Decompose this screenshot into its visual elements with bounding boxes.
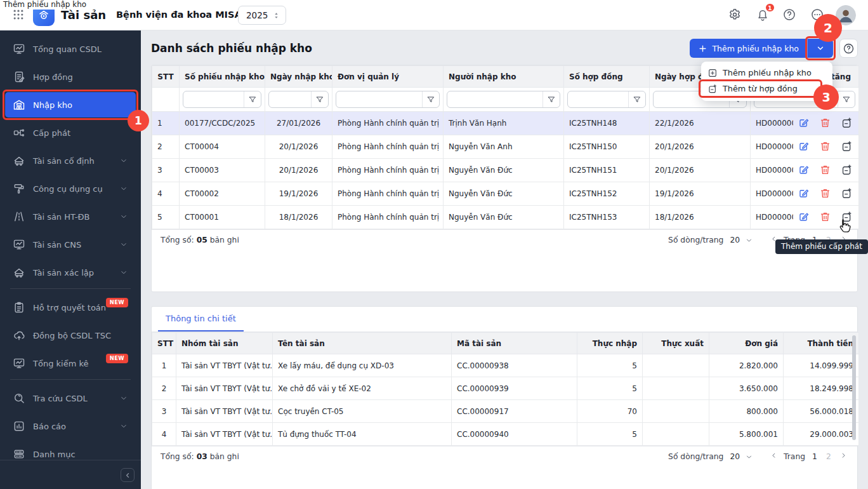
add-allocation-voucher-button[interactable] [840,117,853,130]
cell-code: CC.00000940 [452,423,577,446]
sidebar-item-6[interactable]: Tài sản HT-ĐB [5,204,136,229]
cell-stt: 2 [152,377,176,400]
sidebar-item-8[interactable]: Tài sản xác lập [5,260,136,285]
clipboard-icon [13,301,25,314]
new-badge: NEW [106,298,128,307]
cell-group: Tài sản VT TBYT (Vật tư... [176,354,273,377]
add-allocation-voucher-button[interactable] [840,211,853,224]
chevron-down-icon[interactable] [745,453,753,461]
table-row[interactable]: 3CT0000320/1/2026Phòng Hành chính quản t… [152,159,859,182]
cell-stt: 4 [152,423,176,446]
row-actions [793,187,853,200]
sidebar-item-0[interactable]: Tổng quan CSDL [5,36,136,62]
app-grid-icon[interactable] [11,8,25,22]
gear-icon[interactable] [727,8,742,23]
filter-input[interactable] [567,91,646,108]
total-unit: bản ghi [210,236,239,245]
edit-button[interactable] [797,187,810,200]
delete-button[interactable] [819,211,831,224]
delete-button[interactable] [819,117,831,130]
sidebar-item-9[interactable]: Hỗ trợ quyết toánNEW [5,295,136,320]
help-circle-icon[interactable] [782,8,797,23]
help-button[interactable] [839,39,858,58]
filter-input[interactable] [336,91,440,108]
page-number-1[interactable]: 1 [810,452,819,461]
sidebar-item-1[interactable]: Hợp đồng [5,64,136,90]
filter-input[interactable] [268,91,329,108]
table-row[interactable]: 5CT0000118/1/2026Phòng Hành chính quản t… [152,206,859,229]
dropdown-item-1[interactable]: Thêm từ hợp đồng [701,81,832,97]
table-row[interactable]: 4Tài sản VT TBYT (Vật tư...Tủ đựng thuốc… [152,423,859,446]
rows-per-page-select[interactable]: 20 [730,452,740,461]
table-row[interactable]: 1Tài sản VT TBYT (Vật tư...Xe lấy máu, đ… [152,354,859,377]
cell-amount: 18.249.998 [784,377,859,400]
detail-tabbar: Thông tin chi tiết [152,307,857,332]
sidebar-item-label: Hỗ trợ quyết toán [33,303,106,312]
prev-page-button[interactable] [768,452,779,462]
sidebar-item-3[interactable]: Cấp phát [5,120,136,145]
dropdown-item-0[interactable]: Thêm phiếu nhập kho [701,65,832,81]
edit-icon [798,164,810,176]
tab-detail-info[interactable]: Thông tin chi tiết [158,307,244,332]
scrollbar-thumb[interactable] [852,335,856,440]
cell-price: 3.650.000 [709,377,784,400]
table-row[interactable]: 2CT0000420/1/2026Phòng Hành chính quản t… [152,135,859,159]
add-allocation-voucher-button[interactable] [840,187,853,200]
sidebar-item-12[interactable]: Tra cứu CSDL [5,385,136,411]
receipt-table-footer: Tổng số:05bản ghiSố dòng/trang20Trang12 [152,229,857,250]
cell-code: 00177/CCDC/2025 [180,112,265,135]
filter-input[interactable] [447,91,560,108]
cell-code: CC.00000939 [452,377,577,400]
cell-voucher: HD000000 [751,189,793,198]
sidebar-item-7[interactable]: Tài sản CNS [5,232,136,257]
next-page-button[interactable] [838,452,848,462]
column-header: Tên tài sản [273,333,452,354]
edit-button[interactable] [797,117,810,130]
cell-price: 800.000 [709,400,784,423]
sidebar-collapse-button[interactable] [121,468,135,482]
delete-button[interactable] [819,140,831,153]
table-row[interactable]: 2Tài sản VT TBYT (Vật tư...Xe chở đồ vải… [152,377,859,400]
add-allocation-voucher-button[interactable] [840,140,853,153]
cell-code: CT00001 [180,206,265,229]
plus-square-icon [707,68,718,78]
action-tooltip: Thêm phiếu cấp phát [775,239,868,254]
edit-button[interactable] [797,211,810,224]
sidebar-item-2[interactable]: Nhập kho [5,92,136,117]
table-row[interactable]: 3Tài sản VT TBYT (Vật tư...Cọc truyền CT… [152,400,859,423]
edit-button[interactable] [797,140,810,153]
cell-stt: 3 [152,159,180,182]
add-receipt-button[interactable]: Thêm phiếu nhập kho [690,39,807,58]
page-number-2[interactable]: 2 [824,452,833,461]
table-row[interactable]: 100177/CCDC/202527/01/2026Phòng Hành chí… [152,112,859,135]
plus-icon [698,44,707,53]
chevron-left-icon [770,452,778,460]
rows-per-page-label: Số dòng/trang [668,452,723,461]
total-label: Tổng số: [161,452,194,461]
allocation-voucher-icon [841,211,853,223]
cell-voucher: HD000000 [751,142,793,151]
header-row: STTNhóm tài sảnTên tài sảnMã tài sảnThực… [152,333,859,354]
sidebar-item-13[interactable]: Báo cáo [5,413,136,439]
filter-icon [311,91,328,107]
chevron-down-icon [119,394,128,403]
add-allocation-voucher-button[interactable] [840,164,853,177]
filter-input[interactable] [183,91,261,108]
table-row[interactable]: 4CT0000219/1/2026Phòng Hành chính quản t… [152,182,859,206]
sidebar-item-11[interactable]: Tổng kiểm kêNEW [5,351,136,376]
delete-button[interactable] [819,164,831,177]
sidebar-item-5[interactable]: Công cụ dụng cụ [5,176,136,201]
sidebar-item-10[interactable]: Đồng bộ CSDL TSC [5,323,136,348]
add-receipt-label: Thêm phiếu nhập kho [712,44,799,53]
year-select[interactable]: 2025 [238,6,286,25]
stepper-icon[interactable] [272,11,280,20]
sidebar-item-4[interactable]: Tài sản cố định [5,148,136,173]
column-header: Mã tài sản [452,333,577,354]
cell-stt: 2 [152,135,180,159]
chevron-down-icon[interactable] [745,236,753,245]
edit-button[interactable] [797,164,810,177]
delete-button[interactable] [819,187,831,200]
cell-name: Xe chở đồ vải y tế XE-02 [273,377,452,400]
cell-person: Trịnh Văn Hạnh [444,112,564,135]
rows-per-page-select[interactable]: 20 [730,236,740,245]
